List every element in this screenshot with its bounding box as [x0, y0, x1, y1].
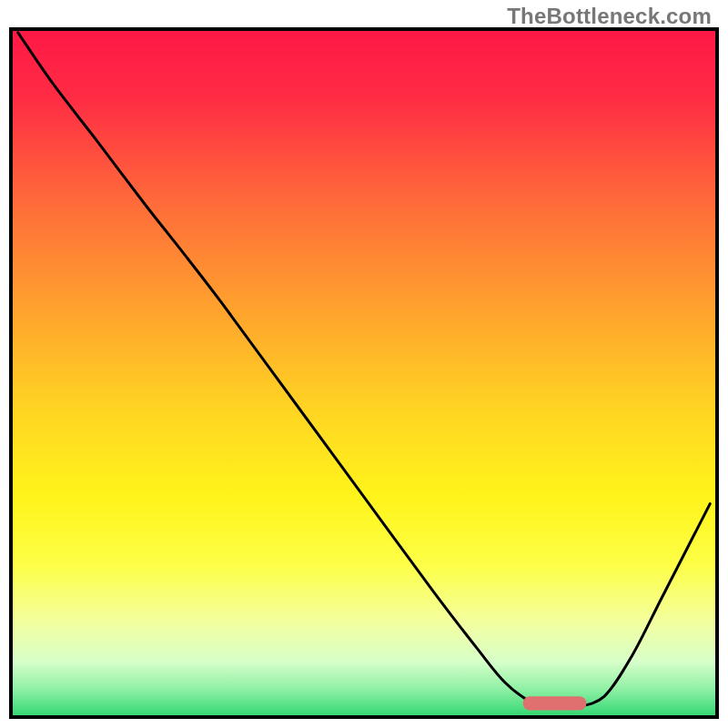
watermark-text: TheBottleneck.com	[507, 4, 712, 29]
optimal-range-marker	[523, 696, 587, 710]
bottleneck-chart: TheBottleneck.com	[0, 0, 728, 728]
plot-background	[11, 29, 717, 717]
chart-canvas	[0, 0, 728, 728]
